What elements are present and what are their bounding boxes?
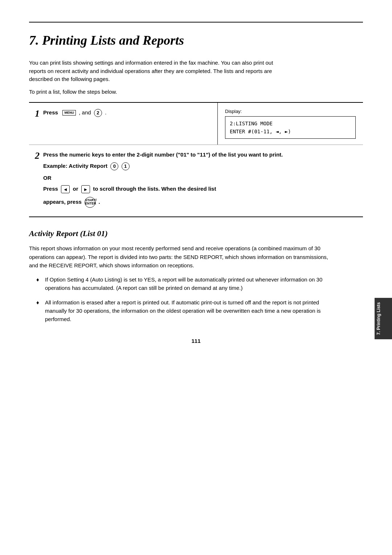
or-text: OR (43, 174, 356, 182)
intro-paragraph-2: To print a list, follow the steps below. (29, 89, 363, 95)
step-2-content: Press the numeric keys to enter the 2-di… (43, 151, 356, 211)
step-2-left: 2 Press the numeric keys to enter the 2-… (29, 145, 363, 216)
page: 7. Printing Lists and Reports You can pr… (0, 0, 392, 555)
bullet-item-2: All information is erased after a report… (36, 298, 338, 324)
key-2-circle: 2 (94, 109, 102, 117)
top-rule (29, 22, 363, 23)
activity-report-heading: Activity Report (List 01) (29, 229, 363, 238)
step-2-appears: appears, press START/ENTER . (43, 197, 356, 208)
side-tab-chapter: 7. (376, 331, 381, 335)
step-1-and: , and (79, 109, 91, 116)
step-1-right: Display: 2:LISTING MODE ENTER #(01-11, ◄… (218, 103, 363, 145)
chapter-title: 7. Printing Lists and Reports (29, 33, 363, 48)
key-1-circle: 1 (122, 162, 130, 170)
key-0-circle: 0 (110, 162, 118, 170)
menu-key: MENU (62, 110, 76, 116)
bullet-item-1: If Option Setting 4 (Auto Listing) is se… (36, 275, 338, 292)
steps-table: 1 Press MENU , and 2 . Display: 2:LISTIN… (29, 102, 363, 218)
step-1-left: 1 Press MENU , and 2 . (29, 103, 218, 145)
step-1-number: 1 (35, 109, 40, 119)
intro-paragraph-1: You can print lists showing settings and… (29, 59, 276, 84)
display-line-2: ENTER #(01-11, ◄, ►) (230, 127, 351, 135)
step-1-row: 1 Press MENU , and 2 . Display: 2:LISTIN… (29, 103, 363, 145)
step-2-number: 2 (35, 151, 40, 161)
display-label: Display: (225, 109, 356, 114)
step-1-content: Press MENU , and 2 . (43, 109, 210, 120)
side-tab-line1: Printing (376, 313, 381, 330)
step-2-instruction: Press the numeric keys to enter the 2-di… (43, 151, 356, 159)
activity-report-bullets: If Option Setting 4 (Auto Listing) is se… (36, 275, 338, 323)
step-1-press-label: Press (43, 109, 58, 116)
display-line-1: 2:LISTING MODE (230, 119, 351, 127)
right-arrow-btn: ► (81, 185, 90, 193)
page-number: 111 (29, 338, 363, 344)
step-1-suffix: . (105, 109, 106, 116)
start-enter-key: START/ENTER (85, 197, 95, 208)
step-2-arrow-instruction: Press ◄ or ► to scroll through the lists… (43, 185, 356, 193)
step-2-example: Example: Activity Report 0 1 (43, 162, 356, 170)
step-2-row: 2 Press the numeric keys to enter the 2-… (29, 145, 363, 216)
left-arrow-btn: ◄ (61, 185, 70, 193)
side-tab: 7. Printing Lists (375, 298, 392, 339)
display-box: 2:LISTING MODE ENTER #(01-11, ◄, ►) (225, 116, 356, 139)
side-tab-line2: Lists (376, 302, 381, 312)
activity-report-para: This report shows information on your mo… (29, 244, 330, 270)
